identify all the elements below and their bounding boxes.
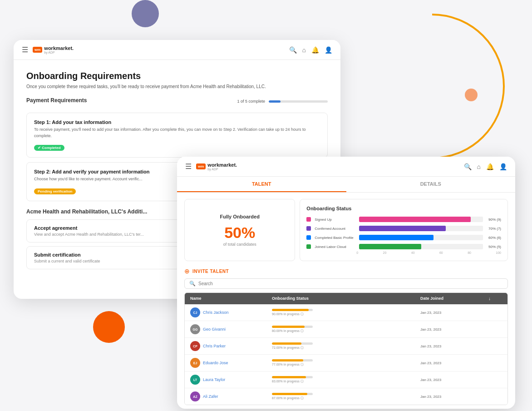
- back-page-subtitle: Once you complete these required tasks, …: [26, 84, 328, 89]
- invite-label[interactable]: INVITE TALENT: [192, 269, 229, 274]
- front-nav-bar: ☰ wm workmarket. by ADP 🔍 ⌂ 🔔 👤: [177, 157, 515, 177]
- status-progress-fill: [272, 342, 301, 345]
- status-progress-fill: [272, 393, 307, 395]
- talent-table: Name Onboarding Status Date Joined ↓ CJ …: [184, 292, 508, 405]
- back-home-icon[interactable]: ⌂: [302, 46, 306, 54]
- status-text: 80.00% In progress ⓘ: [272, 329, 420, 333]
- front-logo-sub: by ADP: [207, 168, 237, 171]
- front-logo-abbr: wm: [196, 163, 206, 169]
- date-joined: Jan 23, 2023: [420, 361, 488, 365]
- invite-bar: ⊕ INVITE TALENT: [184, 267, 508, 275]
- date-joined: Jan 23, 2023: [420, 311, 488, 315]
- status-progress-bar: [272, 309, 313, 311]
- name-cell: CP Chris Parker: [190, 341, 272, 351]
- deco-arc: [360, 14, 505, 159]
- status-text: 77.00% In progress ⓘ: [272, 362, 420, 367]
- bar-track: [359, 244, 483, 249]
- bar-label: Signed Up: [315, 218, 355, 222]
- avatar: GG: [190, 324, 200, 334]
- invite-plus-icon[interactable]: ⊕: [184, 267, 190, 275]
- progress-bar-bg: [269, 100, 328, 103]
- status-progress-bar: [272, 342, 313, 345]
- name-link[interactable]: Laura Taylor: [203, 377, 225, 382]
- name-link[interactable]: Chris Parker: [203, 344, 226, 348]
- front-bell-icon[interactable]: 🔔: [486, 163, 494, 170]
- bar-fill: [359, 235, 433, 240]
- front-home-icon[interactable]: ⌂: [477, 163, 481, 170]
- status-text: 83.00% In progress ⓘ: [272, 379, 420, 384]
- front-search-icon[interactable]: 🔍: [464, 163, 472, 170]
- avatar: EJ: [190, 358, 200, 368]
- bar-row: Joined Labor Cloud 50% (5): [306, 244, 501, 249]
- back-nav-bar: ☰ wm workmarket. by ADP 🔍 ⌂ 🔔 👤: [14, 40, 340, 60]
- front-logo: wm workmarket. by ADP: [196, 163, 237, 171]
- bar-track: [359, 217, 483, 222]
- chart-left-title: Fully Onboarded: [220, 214, 259, 219]
- status-cell: 90.00% In progress ⓘ: [272, 309, 420, 317]
- name-link[interactable]: Ali Zafer: [203, 394, 218, 399]
- status-text: 90.00% In progress ⓘ: [272, 312, 420, 317]
- sort-icon[interactable]: ↓: [488, 296, 502, 301]
- name-link[interactable]: Eduardo Jose: [203, 361, 228, 365]
- date-joined: Jan 23, 2023: [420, 327, 488, 332]
- front-hamburger-icon[interactable]: ☰: [185, 162, 192, 171]
- tab-talent[interactable]: TALENT: [177, 177, 346, 192]
- progress-area: 1 of 5 complete: [237, 99, 328, 104]
- bar-dot: [306, 217, 311, 222]
- name-cell: EJ Eduardo Jose: [190, 358, 272, 368]
- front-body: Fully Onboarded 50% of total candidates …: [177, 193, 515, 409]
- status-text: 72.00% In progress ⓘ: [272, 346, 420, 350]
- table-row: EJ Eduardo Jose 77.00% In progress ⓘ Jan…: [185, 355, 507, 371]
- big-percent: 50%: [224, 225, 255, 240]
- back-logo-text: workmarket.: [44, 46, 74, 51]
- back-bell-icon[interactable]: 🔔: [311, 46, 319, 54]
- table-row: LT Laura Taylor 83.00% In progress ⓘ Jan…: [185, 371, 507, 388]
- bar-fill: [359, 217, 470, 222]
- col-name: Name: [190, 296, 272, 301]
- bar-value: 70% (7): [488, 227, 501, 231]
- tab-details[interactable]: DETAILS: [346, 177, 516, 192]
- bar-label: Confirmed Account: [315, 227, 355, 231]
- status-text: 87.00% In progress ⓘ: [272, 396, 420, 401]
- back-hamburger-icon[interactable]: ☰: [22, 45, 28, 54]
- back-logo-sub: by ADP: [44, 51, 74, 54]
- back-user-icon[interactable]: 👤: [325, 46, 332, 54]
- back-search-icon[interactable]: 🔍: [289, 46, 297, 54]
- avatar: AZ: [190, 391, 200, 401]
- table-row: AZ Ali Zafer 87.00% In progress ⓘ Jan 23…: [185, 388, 507, 405]
- table-row: CJ Chris Jackson 90.00% In progress ⓘ Ja…: [185, 304, 507, 321]
- bar-label: Completed Basic Profile: [315, 236, 355, 240]
- step-1-badge: ✔ Completed: [34, 145, 64, 151]
- bar-x-labels: 0 20 40 60 80 100: [306, 251, 501, 254]
- status-progress-fill: [272, 309, 309, 311]
- chart-fully-onboarded: Fully Onboarded 50% of total candidates: [184, 199, 295, 261]
- search-box: 🔍: [184, 278, 508, 289]
- status-cell: 80.00% In progress ⓘ: [272, 326, 420, 333]
- bar-value: 90% (9): [488, 218, 501, 222]
- search-input[interactable]: [198, 281, 503, 286]
- front-user-icon[interactable]: 👤: [499, 163, 507, 170]
- bar-dot: [306, 244, 311, 249]
- chart-right-title: Onboarding Status: [306, 206, 501, 211]
- bar-track: [359, 226, 483, 231]
- name-cell: GG Geo Givanni: [190, 324, 272, 334]
- name-cell: LT Laura Taylor: [190, 375, 272, 385]
- bar-fill: [359, 244, 421, 249]
- col-date: Date Joined: [420, 296, 488, 301]
- step-1-title: Step 1: Add your tax information: [34, 119, 320, 125]
- name-cell: CJ Chris Jackson: [190, 307, 272, 317]
- bar-value: 50% (5): [488, 245, 501, 249]
- front-nav-right: 🔍 ⌂ 🔔 👤: [464, 163, 507, 170]
- name-link[interactable]: Geo Givanni: [203, 327, 226, 332]
- front-logo-text: workmarket.: [207, 163, 237, 168]
- step-1-desc: To receive payment, you'll need to add y…: [34, 127, 320, 139]
- avatar: CP: [190, 341, 200, 351]
- table-row: GG Geo Givanni 80.00% In progress ⓘ Jan …: [185, 321, 507, 338]
- step-1-card: Step 1: Add your tax information To rece…: [26, 113, 328, 158]
- bar-row: Signed Up 90% (9): [306, 217, 501, 222]
- name-link[interactable]: Chris Jackson: [203, 310, 229, 315]
- status-progress-bar: [272, 376, 313, 378]
- charts-row: Fully Onboarded 50% of total candidates …: [184, 199, 508, 261]
- payment-section-title: Payment Requirements: [26, 97, 87, 104]
- table-row: CP Chris Parker 72.00% In progress ⓘ Jan…: [185, 338, 507, 355]
